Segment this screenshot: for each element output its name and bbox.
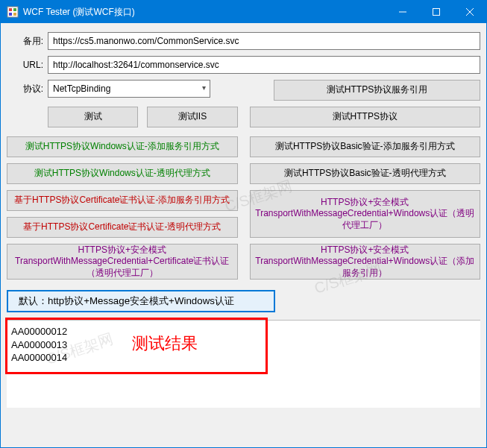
- url-label: URL:: [7, 60, 48, 70]
- maximize-icon: [433, 8, 440, 16]
- window-title: WCF Tester (测试WCF接口): [23, 6, 386, 19]
- test-https-ref-button[interactable]: 测试HTTPS协议服务引用: [274, 80, 480, 101]
- https-basic-add-button[interactable]: 测试HTTPS协议Basic验证-添加服务引用方式: [250, 136, 481, 157]
- maximize-button[interactable]: [419, 1, 453, 23]
- svg-rect-2: [13, 8, 16, 11]
- minimize-icon: [399, 8, 406, 16]
- https-cert-proxy-button[interactable]: 基于HTTPS协议Certificate证书认证-透明代理方式: [7, 217, 238, 238]
- test-button[interactable]: 测试: [48, 107, 138, 127]
- backup-row: 备用:: [7, 32, 480, 50]
- backup-label: 备用:: [7, 35, 48, 48]
- default-button[interactable]: 默认：http协议+Message安全模式+Windows认证: [7, 290, 275, 312]
- svg-rect-3: [9, 13, 12, 16]
- window-controls: [386, 1, 486, 23]
- https-win-proxy-button[interactable]: 测试HTTPS协议Windows认证-透明代理方式: [7, 163, 238, 184]
- url-input[interactable]: [48, 56, 480, 74]
- test-buttons-group: 测试 测试IIS: [48, 107, 238, 127]
- test-https-button[interactable]: 测试HTTPS协议: [250, 107, 481, 127]
- app-window: WCF Tester (测试WCF接口) 备用: URL: 协议:: [0, 0, 487, 448]
- protocol-label: 协议:: [7, 80, 48, 101]
- https-sec-cert-proxy-button[interactable]: HTTPS协议+安全模式TransportWithMessageCredenti…: [7, 244, 238, 280]
- minimize-button[interactable]: [386, 1, 419, 23]
- https-sec-win-proxy-button[interactable]: HTTPS协议+安全模式TransportWithMessageCredenti…: [250, 190, 481, 238]
- https-cert-add-button[interactable]: 基于HTTPS协议Certificate证书认证-添加服务引用方式: [7, 190, 238, 211]
- close-icon: [466, 8, 474, 16]
- app-icon: [7, 6, 19, 18]
- results-area: AA00000012 AA00000013 AA00000014 测试结果: [7, 320, 480, 408]
- result-line: AA00000012: [11, 325, 476, 338]
- protocol-select[interactable]: [48, 80, 210, 98]
- url-row: URL:: [7, 56, 480, 74]
- protocol-row: 协议: ▾ 测试HTTPS协议服务引用: [7, 80, 480, 101]
- svg-rect-6: [433, 9, 439, 16]
- result-line: AA00000014: [11, 351, 476, 365]
- https-sec-win-add-button[interactable]: HTTPS协议+安全模式TransportWithMessageCredenti…: [250, 244, 481, 280]
- backup-input[interactable]: [48, 32, 480, 50]
- https-basic-proxy-button[interactable]: 测试HTTPS协议Basic验证-透明代理方式: [250, 163, 481, 184]
- close-button[interactable]: [453, 1, 486, 23]
- test-iis-button[interactable]: 测试IIS: [147, 107, 237, 127]
- result-line: AA00000013: [11, 338, 476, 352]
- https-win-add-button[interactable]: 测试HTTPS协议Windows认证-添加服务引用方式: [7, 136, 238, 157]
- titlebar[interactable]: WCF Tester (测试WCF接口): [1, 1, 486, 23]
- client-area: 备用: URL: 协议: ▾ 测试HTTPS协议服务引用 测试 测试IIS 测试…: [1, 23, 486, 447]
- svg-rect-4: [13, 13, 16, 16]
- svg-rect-1: [9, 8, 12, 11]
- protocol-select-wrap: ▾: [48, 80, 210, 101]
